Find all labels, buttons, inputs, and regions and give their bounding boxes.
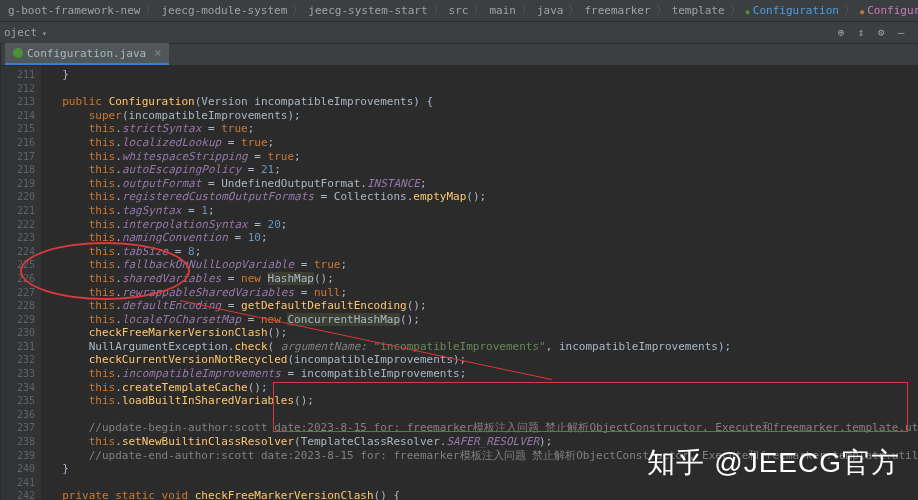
editor-tab[interactable]: Configuration.java × [5,43,169,65]
target-icon[interactable]: ⊕ [834,26,848,40]
editor-area: Configuration.java × 2112122132142152162… [1,44,918,500]
code-view[interactable]: 2112122132142152162172182192202212222232… [1,66,918,500]
breadcrumb-item[interactable]: freemarker [582,4,652,17]
project-toolbar: oject ⊕ ⇕ ⚙ — [0,22,918,44]
breadcrumb-item[interactable]: java [535,4,566,17]
breadcrumb-item[interactable]: src [447,4,471,17]
breadcrumb-class[interactable]: Configuration [744,4,841,17]
main-area: eecg-boot-framework-new [jeecg-boot-pare… [0,44,918,500]
hide-icon[interactable]: — [894,26,908,40]
breadcrumb-item[interactable]: main [487,4,518,17]
breadcrumb-method[interactable]: Configuration [858,4,918,17]
breadcrumb-item[interactable]: template [670,4,727,17]
tab-title: Configuration.java [27,47,146,60]
expand-icon[interactable]: ⇕ [854,26,868,40]
gear-icon[interactable]: ⚙ [874,26,888,40]
code-content[interactable]: } public Configuration(Version incompati… [41,66,918,500]
breadcrumbs: g-boot-framework-new〉jeecg-module-system… [0,0,918,22]
breadcrumb-item[interactable]: g-boot-framework-new [6,4,142,17]
close-icon[interactable]: × [154,46,161,60]
editor-tabstrip: Configuration.java × [1,44,918,66]
line-gutter: 2112122132142152162172182192202212222232… [1,66,41,500]
breadcrumb-item[interactable]: jeecg-module-system [159,4,289,17]
breadcrumb-item[interactable]: jeecg-system-start [306,4,429,17]
project-dropdown[interactable]: oject [4,26,47,39]
class-icon [13,48,23,58]
